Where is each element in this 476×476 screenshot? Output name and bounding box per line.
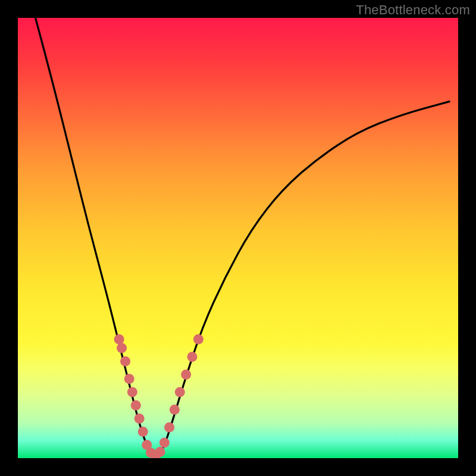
data-point bbox=[170, 405, 180, 415]
data-point bbox=[120, 356, 130, 367]
curve-svg bbox=[18, 18, 458, 458]
data-point bbox=[187, 352, 198, 362]
data-point bbox=[134, 414, 145, 424]
data-point bbox=[164, 422, 174, 433]
plot-area bbox=[18, 18, 458, 458]
data-point bbox=[138, 427, 148, 437]
data-point bbox=[131, 400, 141, 411]
data-point bbox=[127, 387, 137, 397]
bottleneck-curve bbox=[36, 18, 450, 455]
data-point bbox=[114, 334, 124, 345]
data-point bbox=[124, 374, 134, 384]
data-point bbox=[117, 343, 127, 353]
data-point bbox=[181, 369, 191, 380]
data-point bbox=[155, 447, 165, 457]
data-point bbox=[159, 438, 170, 448]
data-point bbox=[193, 334, 203, 345]
watermark-text: TheBottleneck.com bbox=[356, 2, 470, 18]
chart-frame: TheBottleneck.com bbox=[0, 0, 476, 476]
data-points-group bbox=[114, 334, 203, 458]
data-point bbox=[175, 387, 185, 397]
